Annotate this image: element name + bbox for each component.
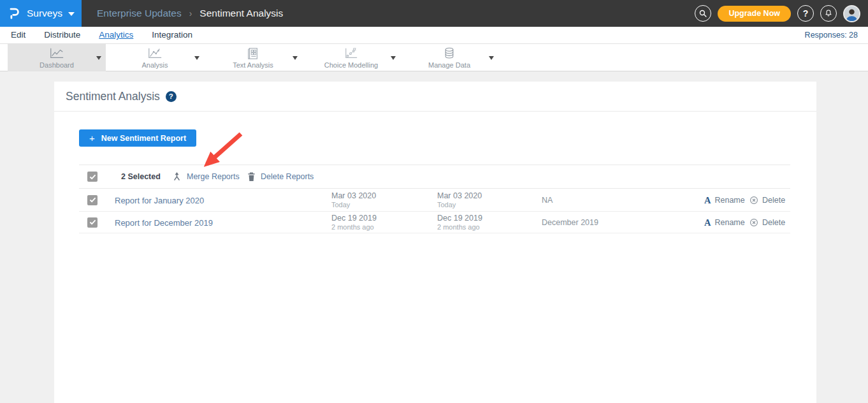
survey-section-nav: Edit Distribute Analytics Integration Re… (0, 27, 868, 44)
chevron-down-icon[interactable] (96, 56, 101, 60)
rename-button[interactable]: A Rename (704, 194, 745, 205)
delete-reports-label: Delete Reports (261, 172, 314, 181)
delete-reports-button[interactable]: Delete Reports (247, 172, 314, 182)
date-value: Mar 03 2020 (437, 191, 482, 200)
top-bar: Surveys Enterprise Updates › Sentiment A… (0, 0, 868, 27)
table-row: Report for January 2020 Mar 03 2020 Toda… (79, 189, 790, 212)
page-background: Sentiment Analysis ? + New Sentiment Rep… (0, 71, 868, 403)
notifications-button[interactable] (820, 5, 837, 22)
created-date-cell: Mar 03 2020 Today (331, 191, 376, 209)
tab-integration[interactable]: Integration (152, 30, 192, 40)
tab-analytics[interactable]: Analytics (99, 30, 133, 40)
merge-reports-button[interactable]: Merge Reports (172, 172, 240, 182)
brand-menu[interactable]: Surveys (0, 0, 82, 27)
rename-button[interactable]: A Rename (704, 217, 745, 228)
date-value: Dec 19 2019 (437, 214, 482, 222)
date-relative: 2 months ago (331, 223, 377, 231)
question-mark-icon: ? (803, 8, 809, 18)
rename-letter-icon: A (704, 194, 711, 205)
rename-label: Rename (714, 218, 744, 227)
breadcrumb-separator-icon: › (189, 8, 192, 18)
responses-count: Responses: 28 (805, 31, 858, 40)
new-report-label: New Sentiment Report (101, 134, 186, 143)
toolbar-item-label: Dashboard (40, 61, 74, 69)
topbar-actions: Upgrade Now ? (695, 0, 860, 27)
chevron-down-icon[interactable] (194, 56, 199, 60)
delete-button[interactable]: Delete (749, 218, 785, 227)
avatar-photo (844, 6, 859, 21)
delete-label: Delete (762, 196, 785, 205)
modified-date-cell: Dec 19 2019 2 months ago (437, 214, 482, 231)
table-row: Report for December 2019 Dec 19 2019 2 m… (79, 212, 790, 233)
check-icon (89, 197, 96, 203)
date-value: Dec 19 2019 (331, 214, 377, 222)
toolbar-item-manage-data[interactable]: Manage Data (400, 44, 498, 71)
document-grid-icon (247, 47, 259, 60)
database-icon (443, 47, 456, 60)
check-icon (89, 219, 96, 225)
row-checkbox[interactable] (87, 195, 98, 205)
date-relative: Today (331, 200, 376, 209)
merge-reports-label: Merge Reports (187, 172, 240, 181)
question-mark-icon: ? (169, 92, 173, 100)
report-tag: NA (542, 196, 553, 205)
trend-chart-icon (147, 47, 163, 60)
tab-edit[interactable]: Edit (11, 30, 25, 40)
rename-letter-icon: A (704, 217, 711, 228)
new-sentiment-report-button[interactable]: + New Sentiment Report (79, 129, 196, 147)
row-checkbox[interactable] (87, 217, 98, 228)
report-tag: December 2019 (542, 218, 598, 227)
toolbar-item-analysis[interactable]: Analysis (106, 44, 204, 71)
toolbar-item-label: Analysis (142, 61, 168, 69)
toolbar-item-label: Choice Modelling (324, 61, 378, 69)
page-title: Sentiment Analysis (66, 90, 160, 103)
created-date-cell: Dec 19 2019 2 months ago (331, 214, 377, 231)
panel-header: Sentiment Analysis ? (54, 82, 816, 112)
breadcrumb-current-page: Sentiment Analysis (199, 8, 283, 19)
bell-icon (824, 9, 833, 18)
delete-label: Delete (762, 218, 785, 227)
user-avatar[interactable] (843, 5, 860, 22)
line-chart-icon (49, 47, 64, 60)
chevron-down-icon[interactable] (293, 56, 298, 60)
analytics-toolbar: Dashboard Analysis Text (0, 44, 868, 71)
chevron-down-icon (68, 12, 75, 16)
proprofs-logo-icon (7, 6, 21, 20)
report-name-link[interactable]: Report for January 2020 (115, 195, 204, 205)
report-name-link[interactable]: Report for December 2019 (115, 217, 213, 227)
circle-x-icon (749, 218, 758, 227)
bulk-action-bar: 2 Selected Merge Reports Delete Reports (79, 165, 790, 189)
toolbar-item-label: Manage Data (428, 61, 470, 69)
chevron-down-icon[interactable] (489, 56, 494, 60)
breadcrumb: Enterprise Updates › Sentiment Analysis (97, 8, 283, 19)
breadcrumb-survey-name[interactable]: Enterprise Updates (97, 8, 182, 19)
title-help-button[interactable]: ? (166, 91, 177, 102)
search-button[interactable] (695, 5, 711, 22)
dot-plot-icon (344, 47, 358, 60)
plus-icon: + (89, 133, 95, 143)
tab-distribute[interactable]: Distribute (44, 30, 80, 40)
help-button[interactable]: ? (797, 5, 814, 22)
brand-label: Surveys (27, 8, 62, 19)
rename-label: Rename (714, 196, 744, 205)
toolbar-item-choice-modelling[interactable]: Choice Modelling (302, 44, 400, 71)
search-icon (698, 9, 707, 18)
date-relative: 2 months ago (437, 223, 482, 231)
date-relative: Today (437, 200, 482, 209)
circle-x-icon (749, 196, 758, 205)
reports-table: 2 Selected Merge Reports Delete Reports (79, 165, 790, 233)
check-icon (89, 174, 96, 180)
toolbar-item-text-analysis[interactable]: Text Analysis (204, 44, 302, 71)
selected-count-label: 2 Selected (121, 172, 161, 181)
merge-icon (172, 172, 182, 182)
sentiment-analysis-panel: Sentiment Analysis ? + New Sentiment Rep… (54, 82, 816, 403)
date-value: Mar 03 2020 (331, 191, 376, 200)
delete-button[interactable]: Delete (749, 196, 785, 205)
modified-date-cell: Mar 03 2020 Today (437, 191, 482, 209)
trash-icon (247, 172, 256, 182)
upgrade-now-button[interactable]: Upgrade Now (718, 6, 791, 22)
select-all-checkbox[interactable] (87, 172, 98, 182)
toolbar-item-label: Text Analysis (233, 61, 273, 69)
chevron-down-icon[interactable] (391, 56, 396, 60)
toolbar-item-dashboard[interactable]: Dashboard (8, 44, 106, 71)
